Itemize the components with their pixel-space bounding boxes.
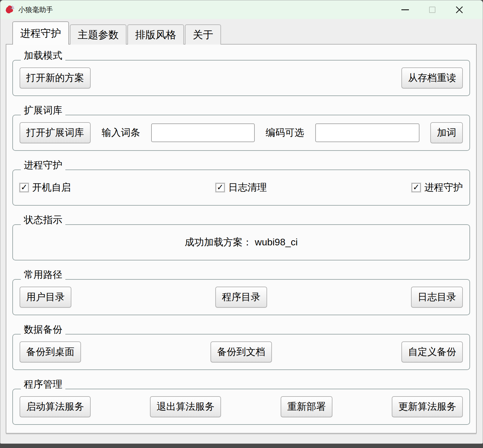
status-message: 成功加载方案： wubi98_ci bbox=[20, 236, 463, 249]
close-icon bbox=[455, 6, 463, 14]
update-algo-service-button[interactable]: 更新算法服务 bbox=[392, 396, 463, 417]
code-label: 编码可选 bbox=[266, 126, 304, 139]
group-data-backup: 数据备份 备份到桌面 备份到文档 自定义备份 bbox=[12, 334, 470, 370]
entry-label: 输入词条 bbox=[101, 126, 140, 139]
group-program-manage-title: 程序管理 bbox=[21, 377, 65, 391]
quit-algo-service-button[interactable]: 退出算法服务 bbox=[150, 396, 221, 417]
tab-about[interactable]: 关于 bbox=[185, 24, 221, 45]
group-load-mode-title: 加载模式 bbox=[21, 48, 65, 62]
open-extended-dict-button[interactable]: 打开扩展词库 bbox=[20, 122, 91, 143]
checkbox-autostart[interactable]: ✓ 开机自启 bbox=[20, 181, 71, 194]
tab-bar: 进程守护 主题参数 排版风格 关于 bbox=[12, 21, 222, 45]
background-window-fragment bbox=[0, 444, 483, 448]
autostart-checkbox-box: ✓ bbox=[20, 183, 29, 192]
tab-theme-params[interactable]: 主题参数 bbox=[70, 24, 126, 45]
reload-from-archive-button[interactable]: 从存档重读 bbox=[401, 67, 463, 89]
entry-input[interactable] bbox=[151, 123, 255, 142]
log-clean-checkbox-box: ✓ bbox=[216, 183, 225, 192]
window-controls bbox=[401, 5, 478, 14]
checkbox-log-clean[interactable]: ✓ 日志清理 bbox=[216, 181, 267, 194]
group-status-title: 状态指示 bbox=[21, 213, 65, 227]
process-guard-label: 进程守护 bbox=[424, 181, 463, 194]
checkmark-icon: ✓ bbox=[217, 183, 224, 191]
checkbox-process-guard[interactable]: ✓ 进程守护 bbox=[412, 181, 463, 194]
log-clean-label: 日志清理 bbox=[228, 181, 267, 194]
checkmark-icon: ✓ bbox=[413, 183, 420, 191]
group-data-backup-title: 数据备份 bbox=[21, 322, 65, 336]
redeploy-button[interactable]: 重新部署 bbox=[281, 396, 332, 417]
group-program-manage: 程序管理 启动算法服务 退出算法服务 重新部署 更新算法服务 bbox=[12, 389, 470, 425]
log-dir-button[interactable]: 日志目录 bbox=[411, 287, 463, 308]
titlebar: 小狼毫助手 bbox=[0, 0, 483, 19]
checkmark-icon: ✓ bbox=[21, 183, 28, 191]
app-window: 小狼毫助手 进程守护 主题参数 排版风格 关于 加载模式 打开新的方案 从存档重… bbox=[0, 0, 483, 444]
close-button[interactable] bbox=[455, 5, 463, 14]
group-process-guard-title: 进程守护 bbox=[21, 158, 65, 172]
open-new-scheme-button[interactable]: 打开新的方案 bbox=[20, 67, 91, 89]
backup-desktop-button[interactable]: 备份到桌面 bbox=[20, 341, 81, 362]
group-common-paths-title: 常用路径 bbox=[21, 268, 65, 282]
maximize-button[interactable] bbox=[428, 5, 436, 14]
autostart-label: 开机自启 bbox=[32, 181, 71, 194]
group-extended-dict-title: 扩展词库 bbox=[21, 103, 65, 117]
group-status: 状态指示 成功加载方案： wubi98_ci bbox=[12, 224, 470, 260]
tab-process-guard[interactable]: 进程守护 bbox=[12, 21, 69, 45]
user-dir-button[interactable]: 用户目录 bbox=[20, 287, 71, 308]
tab-page-process-guard: 加载模式 打开新的方案 从存档重读 扩展词库 打开扩展词库 输入词条 编码可选 … bbox=[6, 44, 477, 434]
minimize-icon bbox=[401, 9, 409, 10]
group-common-paths: 常用路径 用户目录 程序目录 日志目录 bbox=[12, 279, 470, 315]
minimize-button[interactable] bbox=[401, 5, 409, 14]
program-dir-button[interactable]: 程序目录 bbox=[215, 287, 267, 308]
backup-custom-button[interactable]: 自定义备份 bbox=[401, 341, 463, 362]
window-title: 小狼毫助手 bbox=[18, 5, 53, 14]
group-extended-dict: 扩展词库 打开扩展词库 输入词条 编码可选 加词 bbox=[12, 115, 470, 151]
maximize-icon bbox=[429, 7, 435, 13]
hibiscus-flower-icon bbox=[5, 5, 15, 15]
group-load-mode: 加载模式 打开新的方案 从存档重读 bbox=[12, 60, 470, 96]
process-guard-checkbox-box: ✓ bbox=[412, 183, 421, 192]
add-word-button[interactable]: 加词 bbox=[430, 122, 463, 143]
group-process-guard: 进程守护 ✓ 开机自启 ✓ 日志清理 ✓ 进程守护 bbox=[12, 170, 470, 206]
backup-documents-button[interactable]: 备份到文档 bbox=[210, 341, 272, 362]
code-input[interactable] bbox=[315, 123, 419, 142]
start-algo-service-button[interactable]: 启动算法服务 bbox=[20, 396, 91, 417]
tab-layout-style[interactable]: 排版风格 bbox=[127, 24, 184, 45]
